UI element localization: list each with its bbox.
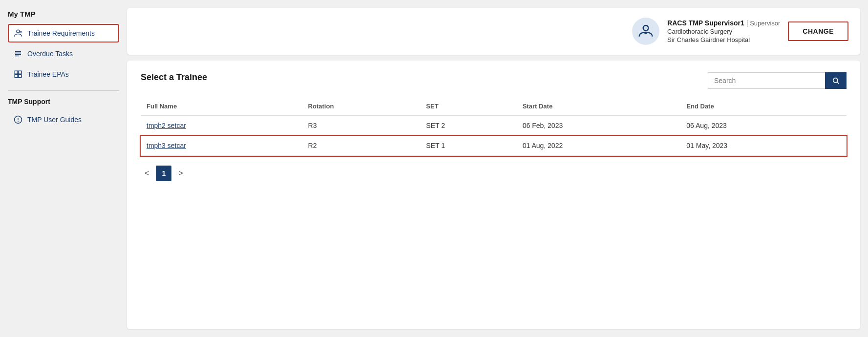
trainee-set: SET 1 [420,136,516,156]
col-end-date: End Date [680,99,847,115]
panel-header: Select a Trainee [141,72,847,89]
col-full-name: Full Name [141,99,302,115]
sidebar-item-user-guides[interactable]: TMP User Guides [8,110,119,129]
tmp-support-title: TMP Support [8,98,119,105]
svg-rect-9 [15,75,18,78]
supervisor-specialty: Cardiothoracic Surgery [667,28,780,35]
pagination: < 1 > [141,166,847,181]
supervisor-name: RACS TMP Supervisor1 [667,19,744,27]
trainee-end-date: 06 Aug, 2023 [680,115,847,136]
trainee-set: SET 2 [420,115,516,136]
table-row: tmph3 setcarR2SET 101 Aug, 202201 May, 2… [141,136,847,156]
trainee-requirements-icon [14,29,22,38]
svg-point-12 [18,121,19,122]
trainee-end-date: 01 May, 2023 [680,136,847,156]
pagination-page-1[interactable]: 1 [156,166,171,181]
sidebar-item-label-user-guides: TMP User Guides [27,116,82,124]
svg-point-13 [643,25,649,31]
svg-line-17 [837,82,839,84]
trainee-name-link[interactable]: tmph2 setcar [147,122,186,129]
supervisor-role: Supervisor [750,20,780,27]
sidebar-item-label-overdue-tasks: Overdue Tasks [27,50,73,58]
trainee-table: Full Name Rotation SET Start Date End Da… [141,99,847,156]
supervisor-card: RACS TMP Supervisor1 | Supervisor Cardio… [127,8,860,55]
sidebar: My TMP Trainee Requirements Overdue Task… [0,0,127,337]
user-guides-icon [14,115,22,124]
svg-rect-10 [19,75,21,78]
change-button[interactable]: CHANGE [788,21,848,41]
svg-rect-8 [19,71,21,74]
sidebar-item-overdue-tasks[interactable]: Overdue Tasks [8,44,119,63]
table-body: tmph2 setcarR3SET 206 Feb, 202306 Aug, 2… [141,115,847,156]
svg-point-16 [833,78,838,83]
trainee-panel: Select a Trainee Full Name Rotation SET … [127,61,860,329]
trainee-start-date: 01 Aug, 2022 [517,136,681,156]
supervisor-hospital: Sir Charles Gairdner Hospital [667,36,780,43]
sidebar-item-trainee-epas[interactable]: Trainee EPAs [8,65,119,84]
sidebar-item-trainee-requirements[interactable]: Trainee Requirements [8,24,119,42]
sidebar-item-label-trainee-requirements: Trainee Requirements [27,29,95,37]
col-set: SET [420,99,516,115]
pagination-prev[interactable]: < [141,167,153,180]
sidebar-item-label-trainee-epas: Trainee EPAs [27,70,69,78]
svg-point-0 [17,30,20,33]
supervisor-name-role: RACS TMP Supervisor1 | Supervisor [667,19,780,27]
main-content: RACS TMP Supervisor1 | Supervisor Cardio… [127,0,868,337]
trainee-name-link[interactable]: tmph3 setcar [147,142,186,149]
trainee-epas-icon [14,70,22,79]
panel-title: Select a Trainee [141,72,207,83]
overdue-tasks-icon [14,49,22,58]
trainee-rotation: R3 [302,115,421,136]
col-rotation: Rotation [302,99,421,115]
svg-rect-7 [15,71,18,74]
search-wrapper [708,72,847,89]
supervisor-avatar [632,18,659,45]
search-button[interactable] [825,72,847,89]
trainee-start-date: 06 Feb, 2023 [517,115,681,136]
trainee-rotation: R2 [302,136,421,156]
supervisor-info: RACS TMP Supervisor1 | Supervisor Cardio… [667,19,780,43]
table-header: Full Name Rotation SET Start Date End Da… [141,99,847,115]
col-start-date: Start Date [517,99,681,115]
search-input[interactable] [708,72,825,89]
search-icon [832,77,840,84]
my-tmp-title: My TMP [8,10,119,18]
pagination-next[interactable]: > [174,167,187,180]
sidebar-divider [8,90,119,91]
table-row: tmph2 setcarR3SET 206 Feb, 202306 Aug, 2… [141,115,847,136]
